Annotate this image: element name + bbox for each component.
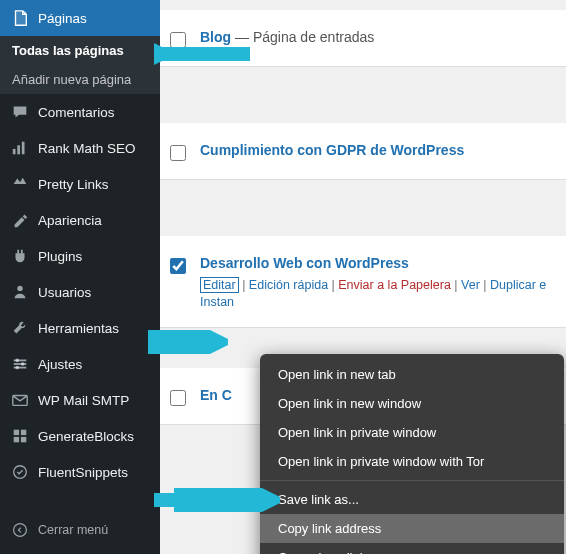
svg-point-8: [16, 359, 20, 363]
row-checkbox[interactable]: [170, 145, 186, 161]
svg-rect-15: [21, 437, 26, 442]
menu-herramientas[interactable]: Herramientas: [0, 310, 160, 346]
users-icon: [10, 282, 30, 302]
ctx-newwin[interactable]: Open link in new window: [260, 389, 564, 418]
settings-icon: [10, 354, 30, 374]
menu-plugins[interactable]: Plugins: [0, 238, 160, 274]
admin-sidebar: Páginas Todas las páginas Añadir nueva p…: [0, 0, 160, 554]
row-checkbox[interactable]: [170, 390, 186, 406]
ctx-saveas[interactable]: Save link as...: [260, 485, 564, 514]
menu-generateblocks-label: GenerateBlocks: [38, 429, 134, 444]
svg-point-17: [14, 524, 27, 537]
menu-comentarios[interactable]: Comentarios: [0, 94, 160, 130]
menu-paginas[interactable]: Páginas: [0, 0, 160, 36]
action-instan[interactable]: Instan: [200, 295, 234, 309]
page-title-link[interactable]: En C: [200, 387, 232, 403]
menu-paginas-label: Páginas: [38, 11, 87, 26]
svg-rect-12: [14, 430, 19, 435]
menu-wpmail-label: WP Mail SMTP: [38, 393, 129, 408]
svg-rect-1: [13, 149, 16, 154]
collapse-icon: [10, 520, 30, 540]
menu-ajustes-label: Ajustes: [38, 357, 82, 372]
submenu-todas[interactable]: Todas las páginas: [0, 36, 160, 65]
submenu-paginas: Todas las páginas Añadir nueva página: [0, 36, 160, 94]
annotation-arrow: [150, 488, 280, 512]
menu-apariencia[interactable]: Apariencia: [0, 202, 160, 238]
annotation-arrow: [154, 42, 254, 66]
menu-rankmath[interactable]: Rank Math SEO: [0, 130, 160, 166]
action-papelera[interactable]: Enviar a la Papelera: [338, 278, 451, 292]
plugins-icon: [10, 246, 30, 266]
menu-rankmath-label: Rank Math SEO: [38, 141, 136, 156]
svg-rect-0: [16, 11, 27, 25]
svg-rect-3: [22, 142, 25, 155]
rankmath-icon: [10, 138, 30, 158]
action-ver[interactable]: Ver: [461, 278, 480, 292]
svg-rect-2: [17, 145, 20, 154]
row-checkbox[interactable]: [170, 258, 186, 274]
menu-usuarios[interactable]: Usuarios: [0, 274, 160, 310]
table-row: Cumplimiento con GDPR de WordPress: [160, 123, 566, 180]
ctx-privatetor[interactable]: Open link in private window with Tor: [260, 447, 564, 476]
fluentsnippets-icon: [10, 462, 30, 482]
mail-icon: [10, 390, 30, 410]
comments-icon: [10, 102, 30, 122]
annotation-arrow: [148, 330, 228, 354]
page-title-link[interactable]: Desarrollo Web con WordPress: [200, 255, 409, 271]
action-duplicar[interactable]: Duplicar e: [490, 278, 546, 292]
action-rapida[interactable]: Edición rápida: [249, 278, 328, 292]
svg-point-4: [17, 286, 22, 291]
generateblocks-icon: [10, 426, 30, 446]
ctx-newtab[interactable]: Open link in new tab: [260, 360, 564, 389]
menu-cerrar[interactable]: Cerrar menú: [0, 512, 160, 548]
page-title-link[interactable]: Cumplimiento con GDPR de WordPress: [200, 142, 464, 158]
row-actions: Editar | Edición rápida | Enviar a la Pa…: [200, 278, 554, 309]
svg-rect-14: [14, 437, 19, 442]
menu-usuarios-label: Usuarios: [38, 285, 91, 300]
menu-apariencia-label: Apariencia: [38, 213, 102, 228]
svg-point-9: [21, 362, 25, 366]
ctx-copyclean[interactable]: Copy clean link: [260, 543, 564, 554]
tools-icon: [10, 318, 30, 338]
menu-fluentsnippets-label: FluentSnippets: [38, 465, 128, 480]
appearance-icon: [10, 210, 30, 230]
action-editar[interactable]: Editar: [200, 277, 239, 293]
prettylinks-icon: [10, 174, 30, 194]
ctx-copyaddr[interactable]: Copy link address: [260, 514, 564, 543]
ctx-private[interactable]: Open link in private window: [260, 418, 564, 447]
svg-rect-13: [21, 430, 26, 435]
menu-prettylinks[interactable]: Pretty Links: [0, 166, 160, 202]
menu-comentarios-label: Comentarios: [38, 105, 115, 120]
menu-ajustes[interactable]: Ajustes: [0, 346, 160, 382]
menu-generateblocks[interactable]: GenerateBlocks: [0, 418, 160, 454]
menu-plugins-label: Plugins: [38, 249, 82, 264]
context-menu: Open link in new tab Open link in new wi…: [260, 354, 564, 554]
menu-wpmail[interactable]: WP Mail SMTP: [0, 382, 160, 418]
menu-fluentsnippets[interactable]: FluentSnippets: [0, 454, 160, 490]
table-row: Desarrollo Web con WordPress Editar | Ed…: [160, 236, 566, 328]
menu-prettylinks-label: Pretty Links: [38, 177, 109, 192]
menu-cerrar-label: Cerrar menú: [38, 523, 108, 537]
menu-herramientas-label: Herramientas: [38, 321, 119, 336]
pages-icon: [10, 8, 30, 28]
submenu-anadir[interactable]: Añadir nueva página: [0, 65, 160, 94]
svg-point-10: [16, 366, 20, 370]
